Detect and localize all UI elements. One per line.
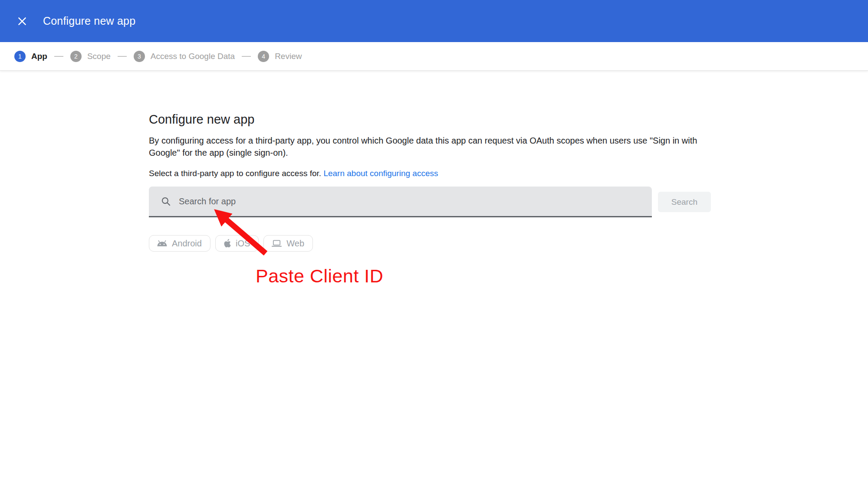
step-separator [54,56,63,57]
chip-android[interactable]: Android [149,235,210,252]
chip-ios[interactable]: iOS [215,235,259,252]
search-row: Search [149,187,711,217]
search-icon [161,196,171,207]
main-content: Configure new app By configuring access … [149,112,711,252]
laptop-icon [271,239,282,248]
step-separator [242,56,251,57]
step-number-badge: 2 [70,51,82,62]
wizard-stepper: 1 App 2 Scope 3 Access to Google Data 4 … [0,42,868,71]
select-app-text: Select a third-party app to configure ac… [149,169,323,178]
dialog-title: Configure new app [43,15,135,27]
step-review[interactable]: 4 Review [258,51,302,62]
step-label: App [31,52,47,61]
step-number-badge: 3 [134,51,145,62]
select-app-instruction: Select a third-party app to configure ac… [149,169,711,178]
android-icon [157,240,168,247]
search-button[interactable]: Search [658,192,711,212]
learn-about-configuring-access-link[interactable]: Learn about configuring access [323,169,438,178]
step-scope[interactable]: 2 Scope [70,51,111,62]
step-app[interactable]: 1 App [14,51,47,62]
chip-web[interactable]: Web [263,235,313,252]
step-number-badge: 1 [14,51,26,62]
platform-filter-chips: Android iOS Web [149,235,711,252]
annotation-paste-client-id: Paste Client ID [256,265,383,287]
chip-label: Web [286,239,304,249]
step-label: Scope [87,52,111,61]
apple-icon [223,239,231,248]
search-input[interactable] [179,197,641,206]
step-label: Access to Google Data [151,52,235,61]
description-text: By configuring access for a third-party … [149,134,711,159]
step-label: Review [275,52,302,61]
step-access-google-data[interactable]: 3 Access to Google Data [134,51,235,62]
chip-label: Android [172,239,202,249]
app-search-field[interactable] [149,187,652,217]
step-separator [118,56,127,57]
close-icon[interactable] [13,13,31,30]
page-title: Configure new app [149,112,711,127]
chip-label: iOS [236,239,250,249]
step-number-badge: 4 [258,51,269,62]
dialog-header: Configure new app [0,0,868,42]
